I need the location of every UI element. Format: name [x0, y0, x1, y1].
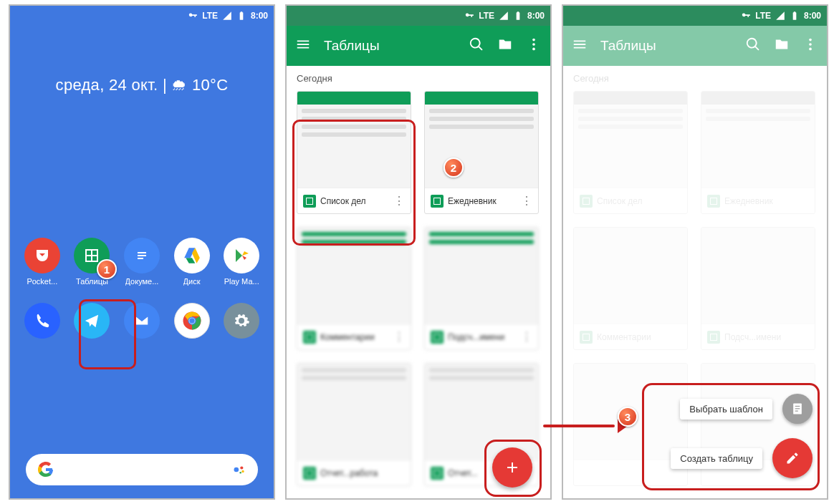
card-more-icon[interactable]: ⋮: [393, 330, 405, 344]
app-drive[interactable]: Диск: [169, 238, 215, 286]
svg-point-17: [809, 39, 812, 42]
folder-icon[interactable]: [497, 37, 513, 55]
highlight-1: [79, 299, 136, 369]
status-bar: LTE 8:00: [563, 6, 827, 26]
app-row-2: [10, 303, 274, 339]
app-settings[interactable]: [219, 303, 264, 339]
svg-point-15: [532, 43, 535, 46]
svg-point-14: [532, 39, 535, 42]
svg-point-19: [809, 48, 812, 51]
clock: 8:00: [527, 11, 545, 21]
app-title: Таблицы: [600, 38, 732, 54]
svg-point-10: [234, 467, 239, 472]
key-icon: [741, 11, 751, 21]
app-row-1: Pocket... Таблицы Докуме... Диск Play Ма…: [10, 238, 274, 286]
svg-rect-3: [138, 252, 146, 253]
doc-name: Подсч...имени: [448, 332, 517, 342]
document-card[interactable]: Подсч...имени⋮: [424, 227, 539, 350]
app-chrome[interactable]: [169, 303, 215, 339]
section-header: Сегодня: [287, 66, 550, 91]
sheets-icon: [303, 331, 316, 344]
sheets-icon: [303, 467, 316, 480]
battery-icon: [513, 11, 523, 21]
battery-icon: [236, 11, 246, 21]
signal-icon: [499, 11, 509, 21]
more-icon[interactable]: [802, 37, 818, 55]
app-play[interactable]: Play Ма...: [219, 238, 264, 286]
menu-icon[interactable]: [572, 37, 588, 55]
battery-icon: [790, 11, 800, 21]
doc-name: Отчет...работа: [320, 468, 405, 478]
step-badge-1: 1: [97, 259, 117, 279]
more-icon[interactable]: [526, 37, 542, 55]
status-bar: LTE 8:00: [10, 6, 274, 26]
svg-point-9: [189, 318, 195, 324]
status-bar: LTE 8:00: [287, 6, 550, 26]
key-icon: [188, 11, 198, 21]
card-more-icon[interactable]: ⋮: [521, 194, 532, 208]
svg-rect-5: [138, 258, 143, 259]
app-bar: Таблицы: [287, 26, 550, 66]
app-label: Play Ма...: [224, 277, 259, 286]
network-label: LTE: [202, 11, 218, 21]
highlight-fab: [484, 440, 542, 497]
step-badge-2: 2: [444, 158, 464, 178]
clock: 8:00: [251, 11, 268, 21]
search-icon[interactable]: [745, 37, 761, 55]
app-label: Диск: [183, 277, 201, 286]
highlight-2: [292, 120, 416, 246]
search-icon[interactable]: [469, 37, 484, 55]
signal-icon: [222, 11, 232, 21]
app-label: Докуме...: [125, 277, 159, 286]
signal-icon: [775, 11, 785, 21]
google-logo-icon: [37, 461, 54, 478]
home-screen: LTE 8:00 среда, 24 окт. | 🌧 10°C Pocket.…: [9, 4, 275, 500]
arrow-annotation: [543, 421, 628, 430]
svg-point-13: [239, 472, 241, 474]
app-docs[interactable]: Докуме...: [119, 238, 165, 286]
key-icon: [464, 11, 474, 21]
folder-icon[interactable]: [774, 37, 790, 55]
svg-point-12: [241, 470, 244, 472]
app-phone[interactable]: [19, 303, 65, 339]
doc-name: Комментарии: [320, 332, 389, 342]
app-pocket[interactable]: Pocket...: [19, 238, 65, 286]
step-badge-3: 3: [618, 407, 638, 427]
svg-point-18: [809, 43, 812, 46]
weather-widget[interactable]: среда, 24 окт. | 🌧 10°C: [10, 26, 274, 94]
menu-icon[interactable]: [295, 37, 311, 55]
sheets-icon: [431, 195, 444, 208]
clock: 8:00: [804, 11, 821, 21]
assistant-icon[interactable]: [232, 462, 246, 477]
document-card[interactable]: Ежедневник⋮: [424, 91, 539, 214]
network-label: LTE: [755, 11, 771, 21]
google-search-bar[interactable]: [26, 454, 258, 485]
card-more-icon[interactable]: ⋮: [521, 330, 532, 344]
document-card[interactable]: Отчет...работа: [297, 363, 411, 486]
network-label: LTE: [479, 11, 494, 21]
sheets-app-screen: LTE 8:00 Таблицы Сегодня Список дел⋮ Еже…: [285, 4, 552, 500]
svg-rect-4: [138, 255, 146, 256]
sheets-icon: [431, 467, 444, 480]
app-label: Pocket...: [27, 277, 57, 286]
app-bar: Таблицы: [563, 26, 827, 66]
highlight-3: [642, 383, 820, 490]
app-title: Таблицы: [324, 38, 456, 54]
doc-name: Ежедневник: [448, 196, 517, 206]
svg-point-11: [240, 466, 243, 469]
sheets-icon: [431, 331, 444, 344]
svg-point-16: [532, 48, 535, 51]
